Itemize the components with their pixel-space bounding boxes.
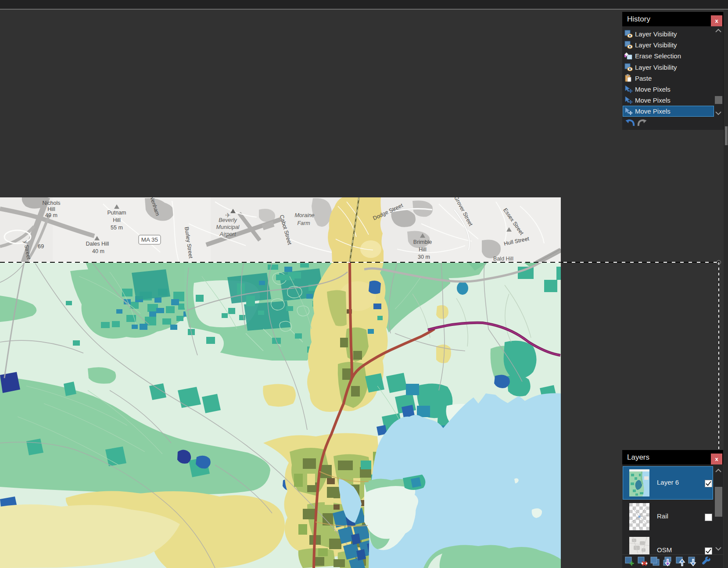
svg-text:Hill: Hill (47, 206, 55, 212)
svg-text:49 m: 49 m (45, 212, 57, 218)
svg-text:Bald Hill: Bald Hill (493, 256, 513, 262)
svg-text:Putnam: Putnam (107, 210, 126, 216)
svg-text:Hill: Hill (419, 246, 426, 253)
svg-text:Municipal: Municipal (216, 224, 240, 230)
svg-text:MA 35: MA 35 (141, 236, 158, 243)
svg-text:Farm: Farm (297, 220, 310, 226)
svg-text:Moraine: Moraine (294, 212, 314, 218)
svg-text:Airport: Airport (219, 231, 236, 237)
svg-text:40 m: 40 m (92, 248, 104, 254)
svg-text:Dales Hill: Dales Hill (86, 241, 109, 247)
svg-text:69: 69 (38, 243, 44, 250)
svg-text:Hill: Hill (113, 217, 120, 223)
svg-text:Nichols: Nichols (43, 200, 61, 206)
svg-text:Brimble: Brimble (413, 239, 432, 245)
svg-text:✈: ✈ (225, 211, 231, 219)
svg-text:55 m: 55 m (111, 225, 123, 231)
svg-text:30 m: 30 m (418, 254, 430, 260)
